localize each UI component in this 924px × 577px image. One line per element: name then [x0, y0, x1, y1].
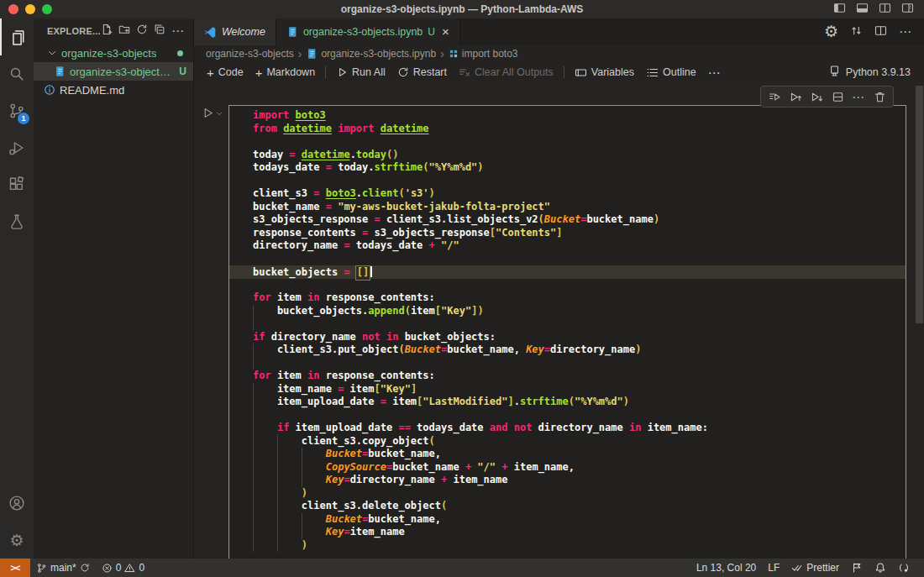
run-cell-button[interactable]	[202, 107, 223, 119]
notebook-icon	[306, 48, 318, 60]
new-file-icon	[101, 24, 113, 35]
indent-guide	[253, 448, 254, 461]
code-line: Bucket=bucket_name,	[229, 513, 906, 527]
tab-close-button[interactable]: ×	[442, 25, 449, 39]
explorer-action-new-file[interactable]	[101, 24, 113, 39]
explorer-action-collapse-all[interactable]	[154, 24, 165, 39]
code-line	[229, 135, 906, 149]
kernel-picker[interactable]: Python 3.9.13	[828, 65, 917, 80]
play-outline-icon	[202, 107, 214, 119]
status-copilot[interactable]	[892, 559, 916, 577]
activity-bar-item-accounts[interactable]	[0, 485, 34, 522]
minimize-window-button[interactable]	[25, 4, 35, 14]
tab-dirty-badge: U	[428, 26, 435, 38]
status-branch[interactable]: main*	[30, 559, 96, 577]
toolbar-button-label: Variables	[591, 66, 634, 78]
search-icon	[8, 66, 25, 82]
breadcrumb-item[interactable]: organize-s3-objects.ipynb	[306, 48, 436, 60]
toolbar-clear-all-outputs-button[interactable]: Clear All Outputs	[453, 65, 559, 80]
code-line	[229, 175, 906, 188]
titlebar-panel-bottom-button[interactable]	[856, 2, 869, 18]
editor-action-more[interactable]: ⋯	[899, 24, 912, 39]
window-title: organize-s3-objects.ipynb — Python-Lambd…	[0, 3, 924, 15]
indent-guide	[253, 500, 254, 513]
tab-welcome[interactable]: Welcome	[194, 18, 276, 45]
indent-guide	[302, 448, 302, 461]
outline-icon	[646, 66, 659, 79]
cell-exec-above-button[interactable]	[786, 88, 805, 105]
titlebar-split-editor-button[interactable]	[879, 2, 891, 18]
editor-action-changes[interactable]	[850, 24, 863, 40]
close-icon: ×	[442, 25, 449, 38]
cell-exec-below-button[interactable]	[807, 88, 826, 105]
kernel-label: Python 3.9.13	[846, 66, 911, 78]
warning-count: 0	[139, 562, 144, 574]
tree-item-organize-s3-objects-ip-[interactable]: organize-s3-objects.ip...U	[34, 62, 193, 81]
explorer-action-new-folder[interactable]	[118, 24, 130, 39]
explorer-action-refresh[interactable]	[136, 24, 148, 39]
titlebar: organize-s3-objects.ipynb — Python-Lambd…	[0, 0, 924, 18]
activity-bar-item-testing[interactable]	[0, 203, 34, 240]
sync-icon	[80, 563, 90, 573]
code-line: )	[229, 487, 906, 501]
tree-item-organize-s3-objects[interactable]: organize-s3-objects	[34, 44, 193, 62]
toolbar-restart-button[interactable]: Restart	[391, 65, 453, 80]
code-line: CopySource=bucket_name + "/" + item_name…	[229, 461, 906, 475]
cell-split-cell-button[interactable]	[828, 88, 847, 105]
maximize-window-button[interactable]	[42, 4, 52, 14]
indent-guide	[253, 396, 254, 409]
editor-action-settings[interactable]: ⚙	[824, 24, 838, 40]
status-notifications[interactable]	[869, 559, 892, 577]
editor-action-split-editor[interactable]	[874, 24, 887, 40]
more-icon: ⋯	[899, 25, 912, 38]
activity-bar-item-explorer[interactable]	[0, 18, 34, 55]
notebook-cell-editor[interactable]: import boto3from datetime import datetim…	[228, 105, 906, 559]
cell-exec-cell-button[interactable]	[765, 88, 784, 105]
toolbar-code-button[interactable]: +Code	[201, 65, 249, 81]
status-formatter[interactable]: Prettier	[785, 559, 845, 577]
breadcrumb-item[interactable]: import boto3	[449, 48, 518, 60]
toolbar-more-button[interactable]: ⋯	[702, 65, 727, 81]
editor-scrollbar[interactable]	[916, 86, 923, 323]
plus-icon: +	[207, 66, 214, 79]
activity-bar-item-run-debug[interactable]	[0, 129, 34, 166]
status-eol[interactable]: LF	[762, 559, 785, 577]
toolbar-button-label: Outline	[663, 66, 696, 78]
status-feedback[interactable]	[845, 559, 869, 577]
indent-guide	[253, 513, 254, 527]
tab-organize-s3-objects-ipynb[interactable]: organize-s3-objects.ipynbU×	[276, 18, 460, 45]
titlebar-panel-left-button[interactable]	[833, 2, 846, 18]
activity-bar-item-settings[interactable]: ⚙	[0, 522, 34, 559]
toolbar-variables-button[interactable]: Variables	[569, 65, 640, 81]
activity-bar-item-source-control[interactable]: 1	[0, 92, 34, 129]
warning-icon	[124, 563, 135, 574]
activity-bar-item-search[interactable]	[0, 55, 34, 92]
plus-icon: +	[255, 66, 263, 79]
cell-trash-button[interactable]	[870, 88, 889, 105]
remote-indicator[interactable]: ><	[0, 559, 30, 577]
code-line	[229, 409, 906, 422]
explorer-action-more[interactable]: ⋯	[171, 24, 185, 39]
status-problems[interactable]: 00	[96, 559, 150, 577]
indent-guide	[277, 435, 278, 448]
exec-below-icon	[811, 91, 823, 103]
breadcrumb-item[interactable]: organize-s3-objects	[206, 48, 294, 60]
indent-guide	[253, 383, 254, 396]
explorer-title: EXPLORE...	[47, 26, 101, 36]
collapse-all-icon	[154, 24, 165, 35]
activity-bar-item-extensions[interactable]	[0, 166, 34, 203]
toolbar-outline-button[interactable]: Outline	[640, 65, 702, 81]
close-window-button[interactable]	[8, 4, 18, 14]
toolbar-markdown-button[interactable]: +Markdown	[249, 65, 321, 81]
indent-guide	[302, 474, 302, 487]
tree-item-readme-md[interactable]: README.md	[34, 81, 193, 99]
code-line: if directory_name not in bucket_objects:	[229, 331, 906, 344]
status-cursor-position[interactable]: Ln 13, Col 20	[690, 559, 762, 577]
indent-guide	[253, 344, 254, 357]
toolbar-run-all-button[interactable]: Run All	[330, 65, 391, 80]
code-line: for item in response_contents:	[229, 291, 906, 305]
caret-down-icon	[215, 109, 223, 118]
exec-above-icon	[790, 91, 802, 103]
cell-more-button[interactable]: ⋯	[849, 88, 868, 105]
titlebar-layout-button[interactable]	[901, 2, 914, 18]
